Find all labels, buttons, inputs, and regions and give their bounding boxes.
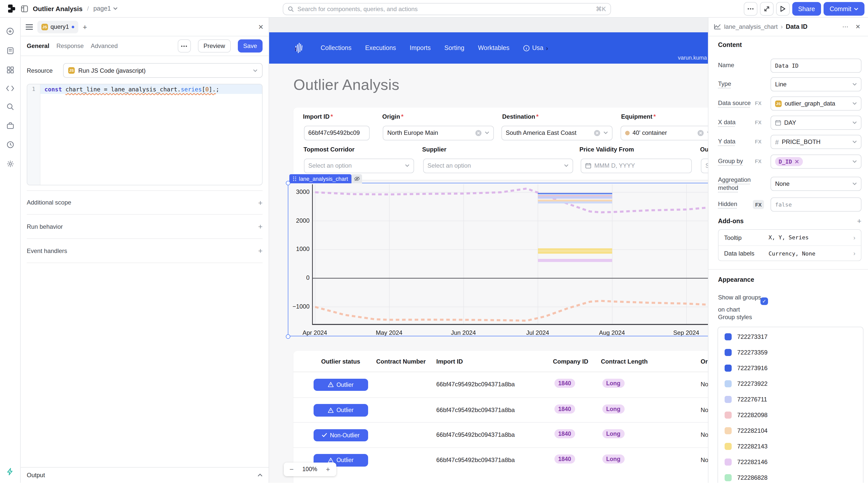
column-header[interactable]: Company ID <box>553 358 588 365</box>
nav-item-usa[interactable]: Usa› <box>523 44 548 52</box>
supplier-select[interactable]: Select an option <box>423 158 573 173</box>
outli-select[interactable]: Sel <box>701 158 708 173</box>
more-actions-button[interactable] <box>744 2 757 16</box>
query-more-button[interactable] <box>178 39 191 53</box>
subtab-response[interactable]: Response <box>56 42 84 50</box>
group-style-row[interactable]: 722282104 <box>718 423 863 438</box>
preview-button[interactable]: Preview <box>198 39 230 53</box>
expand-button[interactable] <box>760 2 773 16</box>
ai-spark-icon[interactable] <box>6 467 14 476</box>
settings-gear-icon[interactable] <box>6 160 14 168</box>
section-additional-scope[interactable]: Additional scope+ <box>27 190 262 215</box>
panel-layout-icon[interactable] <box>21 5 28 12</box>
addon-row-tooltip[interactable]: TooltipX, Y, Series› <box>718 230 861 245</box>
group-by-pill[interactable]: D_ID✕ <box>775 157 803 166</box>
hidden-input[interactable]: false <box>771 198 862 212</box>
remove-pill-icon[interactable]: ✕ <box>795 158 799 165</box>
origin-select[interactable]: North Europe Main <box>383 125 494 140</box>
color-swatch[interactable] <box>724 474 732 481</box>
page-switcher[interactable]: page1 <box>93 5 118 12</box>
type-select[interactable]: Line <box>771 77 862 91</box>
column-header[interactable]: Contract Length <box>601 358 648 365</box>
query-tab[interactable]: JS query1 <box>37 21 78 33</box>
section-run-behavior[interactable]: Run behavior+ <box>27 215 262 239</box>
group-style-row[interactable]: 722273317 <box>718 329 863 344</box>
nav-item-sorting[interactable]: Sorting <box>444 44 464 52</box>
group-style-row[interactable]: 722286828 <box>718 470 863 483</box>
data-source-select[interactable]: JSoutlier_graph_data <box>771 96 862 111</box>
history-icon[interactable] <box>6 141 14 148</box>
aggregation-select[interactable]: None <box>771 177 862 191</box>
query-list-toggle-icon[interactable] <box>26 24 33 30</box>
fx-toggle[interactable]: FX <box>755 120 762 125</box>
destination-select[interactable]: South America East Coast <box>501 125 612 140</box>
clear-icon[interactable] <box>697 129 704 136</box>
column-header[interactable]: Orig <box>701 358 708 365</box>
column-header[interactable]: Contract Number <box>376 358 426 365</box>
group-style-row[interactable]: 722273916 <box>718 360 863 376</box>
y-data-select[interactable]: #PRICE_BOTH <box>771 135 862 149</box>
inspector-close-button[interactable]: ✕ <box>854 23 863 30</box>
nav-item-worktables[interactable]: Worktables <box>478 44 509 52</box>
name-input[interactable]: Data ID <box>771 59 862 73</box>
color-swatch[interactable] <box>724 443 732 450</box>
output-section-header[interactable]: Output <box>21 467 269 483</box>
zoom-in-button[interactable]: + <box>324 465 332 473</box>
app-canvas[interactable]: CollectionsExecutionsImportsSortingWorkt… <box>269 18 708 483</box>
show-all-groups-checkbox[interactable]: ✓ <box>761 297 768 305</box>
color-swatch[interactable] <box>724 333 732 340</box>
close-query-panel-button[interactable]: ✕ <box>258 23 264 31</box>
fx-toggle[interactable]: FX <box>755 100 762 106</box>
column-header[interactable]: Outlier status <box>321 358 360 365</box>
status-button-non-outlier[interactable]: Non-Outlier <box>314 429 368 441</box>
topmost-corridor-select[interactable]: Select an option <box>304 158 414 173</box>
retool-logo-icon[interactable] <box>7 4 16 13</box>
table-row[interactable]: Outlier66bf47c95492bc094371a8ba1840LongN… <box>293 397 708 422</box>
search-rail-icon[interactable] <box>6 103 14 111</box>
share-button[interactable]: Share <box>792 2 821 16</box>
table-row[interactable]: Non-Outlier66bf47c95492bc094371a8ba1840L… <box>293 422 708 447</box>
clear-icon[interactable] <box>594 129 600 136</box>
import-id-input[interactable]: 66bf47c95492bc09 <box>304 125 369 140</box>
nav-item-collections[interactable]: Collections <box>321 44 351 52</box>
group-style-row[interactable]: 722282146 <box>718 454 863 470</box>
line-chart-plot[interactable] <box>312 184 708 325</box>
group-style-row[interactable]: 722276711 <box>718 391 863 407</box>
color-swatch[interactable] <box>724 458 732 465</box>
table-row[interactable]: Outlier66bf47c95492bc094371a8ba1840LongN… <box>293 372 708 397</box>
preview-app-button[interactable] <box>776 2 789 16</box>
color-swatch[interactable] <box>724 364 732 371</box>
table-row[interactable]: Outlier66bf47c95492bc094371a8ba1840LongN… <box>293 447 708 472</box>
color-swatch[interactable] <box>724 427 732 434</box>
commit-button[interactable]: Commit <box>824 2 865 16</box>
selection-handle[interactable] <box>285 334 290 339</box>
subtab-advanced[interactable]: Advanced <box>91 42 118 50</box>
clear-icon[interactable] <box>475 129 482 136</box>
toolbox-icon[interactable] <box>6 122 14 129</box>
add-query-button[interactable]: + <box>83 23 87 31</box>
fx-toggle[interactable]: FX <box>755 139 762 144</box>
group-style-row[interactable]: 722282098 <box>718 407 863 423</box>
inspector-more-button[interactable]: ⋯ <box>840 23 850 30</box>
code-line[interactable]: const chart_line = lane_analysis_chart.s… <box>40 84 262 94</box>
fx-toggle-active[interactable]: FX <box>753 200 764 209</box>
add-addon-button[interactable]: + <box>857 217 862 225</box>
selection-handle[interactable] <box>285 181 290 185</box>
pages-icon[interactable] <box>6 47 14 55</box>
color-swatch[interactable] <box>724 396 732 403</box>
group-style-row[interactable]: 722273922 <box>718 376 863 391</box>
zoom-out-button[interactable]: − <box>288 465 295 473</box>
group-by-select[interactable]: D_ID✕ <box>771 154 862 169</box>
color-swatch[interactable] <box>724 380 732 387</box>
status-button-outlier[interactable]: Outlier <box>314 404 368 416</box>
breadcrumb-component[interactable]: lane_analysis_chart <box>724 23 778 30</box>
nav-item-executions[interactable]: Executions <box>365 44 396 52</box>
group-style-row[interactable]: 722282143 <box>718 438 863 454</box>
components-icon[interactable] <box>6 66 14 74</box>
price-validity-from-date-input[interactable]: MMM D, YYYY <box>581 158 691 173</box>
status-button-outlier[interactable]: Outlier <box>314 379 368 391</box>
group-style-row[interactable]: 722273359 <box>718 344 863 360</box>
section-event-handlers[interactable]: Event handlers+ <box>27 239 262 263</box>
column-header[interactable]: Import ID <box>436 358 463 365</box>
fx-toggle[interactable]: FX <box>755 158 762 164</box>
